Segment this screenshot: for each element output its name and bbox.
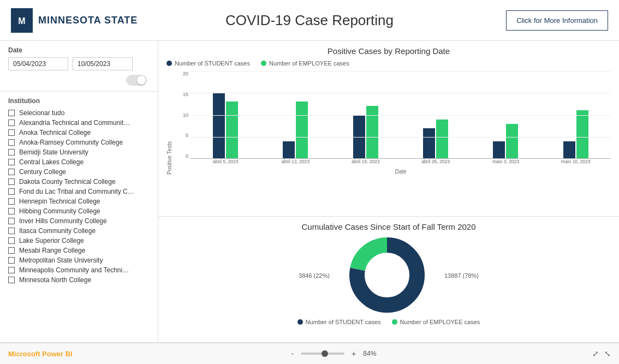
grid-line-5 <box>191 137 611 138</box>
inst-name: Century College <box>19 168 66 176</box>
grid-line-10 <box>191 115 611 116</box>
donut-student-label: Number of STUDENT cases <box>306 319 381 325</box>
date-label: Date <box>8 46 150 54</box>
institution-item[interactable]: Hennepin Technical College <box>8 196 150 206</box>
institution-section: Institution Selecionar tudo Alexandria T… <box>0 92 158 342</box>
bar-employee <box>226 102 238 159</box>
institution-item[interactable]: Bemidji State University <box>8 147 150 157</box>
bar-chart-section: Positive Cases by Reporting Date Number … <box>158 41 619 217</box>
student-donut-label: 13887 (78%) <box>444 270 479 280</box>
inst-checkbox <box>8 110 15 116</box>
bar-student <box>283 141 295 159</box>
zoom-plus-button[interactable]: + <box>349 348 359 359</box>
date-toggle[interactable] <box>126 75 147 86</box>
institution-item[interactable]: Anoka Technical College <box>8 128 150 138</box>
institution-item[interactable]: Alexandria Technical and Communit… <box>8 118 150 128</box>
donut-section: Cumulative Cases Since Start of Fall Ter… <box>158 217 619 342</box>
zoom-minus-button[interactable]: - <box>288 348 296 359</box>
inst-checkbox <box>8 247 15 254</box>
institution-item[interactable]: Century College <box>8 167 150 177</box>
x-label: abril 26, 2023 <box>401 159 471 169</box>
bar-employee <box>366 106 378 159</box>
inst-name: Anoka Technical College <box>19 129 91 136</box>
inst-name: Anoka-Ramsey Community College <box>19 139 123 146</box>
inst-checkbox <box>8 228 15 234</box>
institution-item[interactable]: Minnesota North College <box>8 275 150 285</box>
x-axis-title: Date <box>191 169 611 175</box>
fullscreen-icon[interactable]: ⤡ <box>604 349 611 358</box>
bar-chart-legend: Number of STUDENT cases Number of EMPLOY… <box>166 60 611 67</box>
inst-checkbox <box>8 208 15 214</box>
institution-item[interactable]: Metropolitan State University <box>8 255 150 265</box>
content-area: Date Institution Selecionar tudo Alexand… <box>0 41 619 342</box>
institution-item[interactable]: Inver Hills Community College <box>8 216 150 226</box>
inst-checkbox <box>8 198 15 205</box>
institution-item[interactable]: Mesabi Range College <box>8 246 150 255</box>
page-title: COVID-19 Case Reporting <box>225 12 394 29</box>
donut-wrapper: 3846 (22%) 13887 (78%) <box>166 234 611 316</box>
student-legend-dot <box>166 61 172 66</box>
power-bi-brand[interactable]: Microsoft Power BI <box>8 350 73 358</box>
donut-legend-employee: Number of EMPLOYEE cases <box>392 319 480 325</box>
donut-label-left: 3846 (22%) <box>299 270 330 280</box>
logo-area: M MINNESOTA STATE <box>11 8 138 33</box>
institution-item[interactable]: Central Lakes College <box>8 157 150 167</box>
inst-checkbox <box>8 237 15 244</box>
institution-label: Institution <box>8 97 150 105</box>
grid-line-15 <box>191 93 611 93</box>
institution-item[interactable]: Hibbing Community College <box>8 206 150 216</box>
employee-legend-label: Number of EMPLOYEE cases <box>269 60 349 67</box>
institution-item[interactable]: Selecionar tudo <box>8 108 150 118</box>
zoom-slider[interactable] <box>301 353 344 355</box>
institution-item[interactable]: Fond du Lac Tribal and Community C… <box>8 187 150 196</box>
grid-line-0 <box>191 158 611 159</box>
inst-name: Mesabi Range College <box>19 247 85 254</box>
inst-name: Inver Hills Community College <box>19 217 107 225</box>
institution-list: Selecionar tudo Alexandria Technical and… <box>8 108 150 337</box>
inst-name: Fond du Lac Tribal and Community C… <box>19 188 134 195</box>
donut-student-dot <box>297 319 303 325</box>
employee-donut-label: 3846 (22%) <box>299 272 330 279</box>
inst-name: Alexandria Technical and Communit… <box>19 119 130 127</box>
donut-legend-student: Number of STUDENT cases <box>297 319 381 325</box>
logo-icon: M <box>11 8 33 33</box>
institution-item[interactable]: Anoka-Ramsey Community College <box>8 138 150 147</box>
employee-legend-dot <box>261 61 266 66</box>
institution-item[interactable]: Minneapolis Community and Techni… <box>8 265 150 275</box>
inst-checkbox <box>8 178 15 185</box>
inst-checkbox <box>8 257 15 264</box>
x-label: abril 19, 2023 <box>331 159 401 169</box>
student-legend-label: Number of STUDENT cases <box>175 60 250 67</box>
x-label: abril 5, 2023 <box>191 159 260 169</box>
bar-employee <box>296 102 308 159</box>
bar-student <box>563 141 575 159</box>
inst-name: Hennepin Technical College <box>19 198 100 205</box>
inst-checkbox <box>8 139 15 146</box>
bar-student <box>213 93 225 159</box>
bar-chart-container: Positive Tests 20 15 10 5 0 <box>166 71 611 175</box>
date-section: Date <box>0 41 158 92</box>
inst-name: Minneapolis Community and Techni… <box>19 266 129 274</box>
donut-chart <box>346 234 428 316</box>
bar-student <box>493 141 505 159</box>
institution-item[interactable]: Lake Superior College <box>8 236 150 246</box>
left-panel: Date Institution Selecionar tudo Alexand… <box>0 41 158 342</box>
inst-checkbox <box>8 277 15 283</box>
svg-point-4 <box>365 253 409 297</box>
y-axis-label: Positive Tests <box>166 71 172 175</box>
inst-name: Selecionar tudo <box>19 109 64 117</box>
expand-icon[interactable]: ⤢ <box>592 349 599 358</box>
bar-employee <box>506 124 518 159</box>
institution-item[interactable]: Dakota County Technical College <box>8 177 150 187</box>
svg-text:M: M <box>18 16 25 26</box>
date-end-input[interactable] <box>73 57 133 70</box>
institution-item[interactable]: Itasca Community College <box>8 226 150 236</box>
header: M MINNESOTA STATE COVID-19 Case Reportin… <box>0 0 619 41</box>
y-tick-0: 0 <box>186 153 188 159</box>
date-start-input[interactable] <box>8 57 68 70</box>
inst-name: Itasca Community College <box>19 227 96 235</box>
bars-and-axis: 20 15 10 5 0 <box>175 71 611 159</box>
more-info-button[interactable]: Click for More Information <box>506 10 608 31</box>
right-panel: Positive Cases by Reporting Date Number … <box>158 41 619 342</box>
date-inputs <box>8 57 150 70</box>
